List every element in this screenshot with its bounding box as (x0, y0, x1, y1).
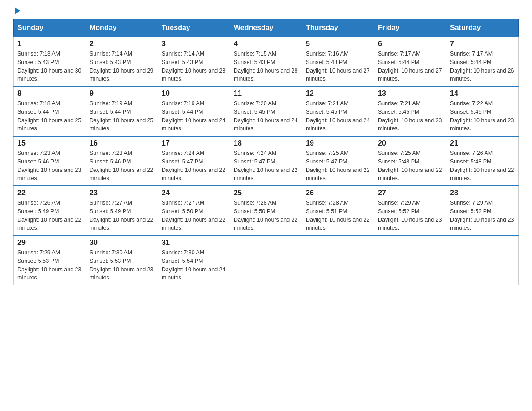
day-info: Sunrise: 7:30 AMSunset: 5:54 PMDaylight:… (162, 248, 226, 282)
calendar-cell: 27 Sunrise: 7:29 AMSunset: 5:52 PMDaylig… (374, 186, 446, 235)
calendar-cell: 23 Sunrise: 7:27 AMSunset: 5:49 PMDaylig… (86, 186, 158, 235)
calendar-cell: 8 Sunrise: 7:18 AMSunset: 5:44 PMDayligh… (14, 86, 86, 136)
day-number: 7 (450, 40, 515, 48)
calendar-cell: 25 Sunrise: 7:28 AMSunset: 5:50 PMDaylig… (230, 186, 302, 235)
day-info: Sunrise: 7:23 AMSunset: 5:46 PMDaylight:… (90, 149, 154, 183)
calendar-cell: 12 Sunrise: 7:21 AMSunset: 5:45 PMDaylig… (302, 86, 374, 136)
calendar-cell: 7 Sunrise: 7:17 AMSunset: 5:44 PMDayligh… (446, 37, 519, 86)
day-number: 10 (162, 90, 226, 98)
day-number: 24 (162, 189, 226, 197)
calendar-cell: 10 Sunrise: 7:19 AMSunset: 5:44 PMDaylig… (158, 86, 230, 136)
day-number: 21 (450, 139, 515, 147)
calendar-cell: 17 Sunrise: 7:24 AMSunset: 5:47 PMDaylig… (158, 136, 230, 186)
calendar-cell: 18 Sunrise: 7:24 AMSunset: 5:47 PMDaylig… (230, 136, 302, 186)
day-info: Sunrise: 7:24 AMSunset: 5:47 PMDaylight:… (234, 149, 298, 183)
day-info: Sunrise: 7:26 AMSunset: 5:49 PMDaylight:… (17, 199, 82, 232)
calendar-cell: 2 Sunrise: 7:14 AMSunset: 5:43 PMDayligh… (86, 37, 158, 86)
day-info: Sunrise: 7:28 AMSunset: 5:51 PMDaylight:… (306, 199, 370, 232)
calendar-header-saturday: Saturday (446, 19, 519, 37)
calendar-week-row: 8 Sunrise: 7:18 AMSunset: 5:44 PMDayligh… (14, 86, 519, 136)
calendar-cell: 3 Sunrise: 7:14 AMSunset: 5:43 PMDayligh… (158, 37, 230, 86)
calendar-cell: 4 Sunrise: 7:15 AMSunset: 5:43 PMDayligh… (230, 37, 302, 86)
calendar-cell: 31 Sunrise: 7:30 AMSunset: 5:54 PMDaylig… (158, 235, 230, 285)
day-info: Sunrise: 7:25 AMSunset: 5:47 PMDaylight:… (306, 149, 370, 183)
day-info: Sunrise: 7:25 AMSunset: 5:48 PMDaylight:… (378, 149, 442, 183)
calendar-header-thursday: Thursday (302, 19, 374, 37)
day-info: Sunrise: 7:13 AMSunset: 5:43 PMDaylight:… (17, 50, 82, 83)
day-info: Sunrise: 7:23 AMSunset: 5:46 PMDaylight:… (17, 149, 82, 183)
calendar-cell: 26 Sunrise: 7:28 AMSunset: 5:51 PMDaylig… (302, 186, 374, 235)
calendar-cell: 30 Sunrise: 7:30 AMSunset: 5:53 PMDaylig… (86, 235, 158, 285)
calendar-cell: 29 Sunrise: 7:29 AMSunset: 5:53 PMDaylig… (14, 235, 86, 285)
calendar-cell: 21 Sunrise: 7:26 AMSunset: 5:48 PMDaylig… (446, 136, 519, 186)
calendar-cell: 20 Sunrise: 7:25 AMSunset: 5:48 PMDaylig… (374, 136, 446, 186)
calendar-cell (374, 235, 446, 285)
day-number: 29 (17, 239, 82, 247)
day-number: 28 (450, 189, 515, 197)
day-number: 20 (378, 139, 442, 147)
day-info: Sunrise: 7:27 AMSunset: 5:49 PMDaylight:… (90, 199, 154, 232)
calendar-header-sunday: Sunday (14, 19, 86, 37)
day-number: 3 (162, 40, 226, 48)
day-info: Sunrise: 7:15 AMSunset: 5:43 PMDaylight:… (234, 50, 298, 83)
logo (13, 9, 20, 14)
calendar-cell: 15 Sunrise: 7:23 AMSunset: 5:46 PMDaylig… (14, 136, 86, 186)
day-info: Sunrise: 7:17 AMSunset: 5:44 PMDaylight:… (378, 50, 442, 83)
day-number: 14 (450, 90, 515, 98)
calendar-cell: 22 Sunrise: 7:26 AMSunset: 5:49 PMDaylig… (14, 186, 86, 235)
calendar-week-row: 29 Sunrise: 7:29 AMSunset: 5:53 PMDaylig… (14, 235, 519, 285)
calendar-cell: 11 Sunrise: 7:20 AMSunset: 5:45 PMDaylig… (230, 86, 302, 136)
day-number: 2 (90, 40, 154, 48)
calendar-week-row: 15 Sunrise: 7:23 AMSunset: 5:46 PMDaylig… (14, 136, 519, 186)
day-info: Sunrise: 7:24 AMSunset: 5:47 PMDaylight:… (162, 149, 226, 183)
day-info: Sunrise: 7:21 AMSunset: 5:45 PMDaylight:… (378, 99, 442, 133)
day-info: Sunrise: 7:16 AMSunset: 5:43 PMDaylight:… (306, 50, 370, 83)
day-info: Sunrise: 7:27 AMSunset: 5:50 PMDaylight:… (162, 199, 226, 232)
day-number: 1 (17, 40, 82, 48)
day-info: Sunrise: 7:22 AMSunset: 5:45 PMDaylight:… (450, 99, 515, 133)
day-number: 26 (306, 189, 370, 197)
calendar-cell: 9 Sunrise: 7:19 AMSunset: 5:44 PMDayligh… (86, 86, 158, 136)
day-number: 4 (234, 40, 298, 48)
day-info: Sunrise: 7:19 AMSunset: 5:44 PMDaylight:… (90, 99, 154, 133)
day-number: 23 (90, 189, 154, 197)
day-info: Sunrise: 7:28 AMSunset: 5:50 PMDaylight:… (234, 199, 298, 232)
calendar-cell: 13 Sunrise: 7:21 AMSunset: 5:45 PMDaylig… (374, 86, 446, 136)
calendar-cell: 16 Sunrise: 7:23 AMSunset: 5:46 PMDaylig… (86, 136, 158, 186)
day-info: Sunrise: 7:29 AMSunset: 5:52 PMDaylight:… (378, 199, 442, 232)
calendar-header-monday: Monday (86, 19, 158, 37)
calendar-cell (446, 235, 519, 285)
day-info: Sunrise: 7:29 AMSunset: 5:53 PMDaylight:… (17, 248, 82, 282)
day-number: 13 (378, 90, 442, 98)
calendar-cell: 14 Sunrise: 7:22 AMSunset: 5:45 PMDaylig… (446, 86, 519, 136)
day-info: Sunrise: 7:20 AMSunset: 5:45 PMDaylight:… (234, 99, 298, 133)
day-number: 12 (306, 90, 370, 98)
day-info: Sunrise: 7:17 AMSunset: 5:44 PMDaylight:… (450, 50, 515, 83)
day-info: Sunrise: 7:26 AMSunset: 5:48 PMDaylight:… (450, 149, 515, 183)
calendar-header-friday: Friday (374, 19, 446, 37)
logo-arrow-icon (15, 7, 20, 14)
calendar-cell: 24 Sunrise: 7:27 AMSunset: 5:50 PMDaylig… (158, 186, 230, 235)
day-number: 6 (378, 40, 442, 48)
day-number: 5 (306, 40, 370, 48)
day-info: Sunrise: 7:21 AMSunset: 5:45 PMDaylight:… (306, 99, 370, 133)
day-number: 15 (17, 139, 82, 147)
calendar-cell: 6 Sunrise: 7:17 AMSunset: 5:44 PMDayligh… (374, 37, 446, 86)
calendar-cell: 28 Sunrise: 7:29 AMSunset: 5:52 PMDaylig… (446, 186, 519, 235)
day-number: 30 (90, 239, 154, 247)
day-number: 16 (90, 139, 154, 147)
calendar-cell (230, 235, 302, 285)
calendar-header-wednesday: Wednesday (230, 19, 302, 37)
calendar-header-tuesday: Tuesday (158, 19, 230, 37)
day-number: 25 (234, 189, 298, 197)
day-info: Sunrise: 7:30 AMSunset: 5:53 PMDaylight:… (90, 248, 154, 282)
calendar-cell: 5 Sunrise: 7:16 AMSunset: 5:43 PMDayligh… (302, 37, 374, 86)
calendar-table: SundayMondayTuesdayWednesdayThursdayFrid… (13, 19, 519, 285)
calendar-header-row: SundayMondayTuesdayWednesdayThursdayFrid… (14, 19, 519, 37)
day-info: Sunrise: 7:19 AMSunset: 5:44 PMDaylight:… (162, 99, 226, 133)
day-info: Sunrise: 7:14 AMSunset: 5:43 PMDaylight:… (162, 50, 226, 83)
day-number: 19 (306, 139, 370, 147)
page-header (13, 9, 519, 14)
day-info: Sunrise: 7:29 AMSunset: 5:52 PMDaylight:… (450, 199, 515, 232)
day-number: 22 (17, 189, 82, 197)
